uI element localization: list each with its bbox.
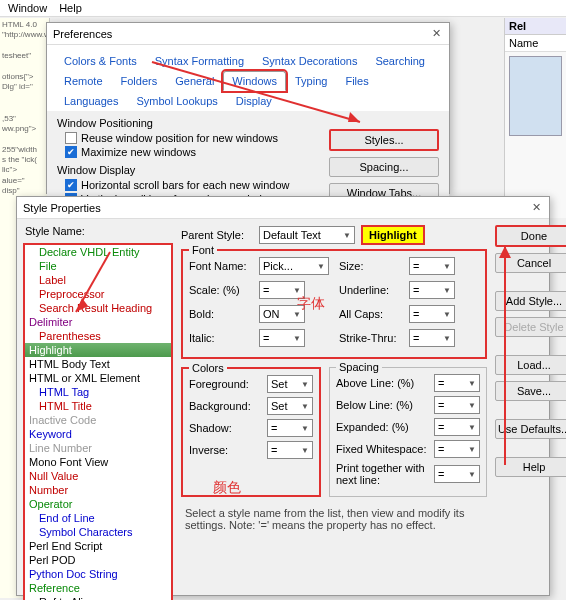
- checkbox-icon: ✔: [65, 146, 77, 158]
- style-item[interactable]: Parentheses: [25, 329, 171, 343]
- save-button[interactable]: Save...: [495, 381, 566, 401]
- colors-legend: Colors: [189, 362, 227, 374]
- use-defaults-button[interactable]: Use Defaults...: [495, 419, 566, 439]
- below-line-select[interactable]: =▼: [434, 396, 480, 414]
- shadow-label: Shadow:: [189, 422, 261, 434]
- style-item[interactable]: Perl POD: [25, 553, 171, 567]
- tab-windows[interactable]: Windows: [223, 71, 286, 91]
- style-item[interactable]: Operator: [25, 497, 171, 511]
- tab-remote[interactable]: Remote: [55, 71, 112, 91]
- spacing-button[interactable]: Spacing...: [329, 157, 439, 177]
- tab-files[interactable]: Files: [336, 71, 377, 91]
- tab-syntax-formatting[interactable]: Syntax Formatting: [146, 51, 253, 71]
- foreground-select[interactable]: Set▼: [267, 375, 313, 393]
- rel-title: Rel: [509, 20, 526, 32]
- highlight-preview: Highlight: [361, 225, 425, 245]
- prefs-title: Preferences: [53, 28, 429, 40]
- style-item[interactable]: Null Value: [25, 469, 171, 483]
- style-item[interactable]: Declare VHDL Entity: [25, 245, 171, 259]
- style-item[interactable]: Keyword: [25, 427, 171, 441]
- style-list[interactable]: Declare VHDL EntityFileLabelPreprocessor…: [23, 243, 173, 600]
- load-button[interactable]: Load...: [495, 355, 566, 375]
- reuse-window-checkbox[interactable]: Reuse window position for new windows: [65, 132, 319, 144]
- style-item[interactable]: Python Doc String: [25, 567, 171, 581]
- style-name-label: Style Name:: [25, 225, 85, 237]
- tab-colors-fonts[interactable]: Colors & Fonts: [55, 51, 146, 71]
- style-item[interactable]: Delimiter: [25, 315, 171, 329]
- tab-searching[interactable]: Searching: [366, 51, 434, 71]
- style-item[interactable]: Mono Font View: [25, 455, 171, 469]
- tab-typing[interactable]: Typing: [286, 71, 336, 91]
- styles-button[interactable]: Styles...: [329, 129, 439, 151]
- style-item[interactable]: Perl End Script: [25, 539, 171, 553]
- style-item[interactable]: Search Result Heading: [25, 301, 171, 315]
- scale-label: Scale: (%): [189, 284, 253, 296]
- style-item[interactable]: HTML Tag: [25, 385, 171, 399]
- style-item[interactable]: Ref to Alias: [25, 595, 171, 600]
- style-item[interactable]: Symbol Characters: [25, 525, 171, 539]
- inverse-label: Inverse:: [189, 444, 261, 456]
- close-icon[interactable]: ✕: [529, 201, 543, 214]
- rel-panel: Rel Name: [504, 18, 566, 218]
- style-item[interactable]: Label: [25, 273, 171, 287]
- style-item[interactable]: Preprocessor: [25, 287, 171, 301]
- tab-symbol-lookups[interactable]: Symbol Lookups: [127, 91, 226, 111]
- chevron-down-icon: ▼: [468, 423, 476, 432]
- style-item[interactable]: Highlight: [25, 343, 171, 357]
- menu-window[interactable]: Window: [8, 2, 47, 14]
- style-item[interactable]: File: [25, 259, 171, 273]
- tab-display[interactable]: Display: [227, 91, 281, 111]
- style-item[interactable]: Reference: [25, 581, 171, 595]
- tab-languages[interactable]: Languages: [55, 91, 127, 111]
- underline-select[interactable]: =▼: [409, 281, 455, 299]
- tab-general[interactable]: General: [166, 71, 223, 91]
- inverse-select[interactable]: =▼: [267, 441, 313, 459]
- tab-folders[interactable]: Folders: [112, 71, 167, 91]
- rel-col-name[interactable]: Name: [509, 37, 538, 49]
- prefs-titlebar[interactable]: Preferences ✕: [47, 23, 449, 45]
- style-item[interactable]: Number: [25, 483, 171, 497]
- sp-note: Select a style name from the list, then …: [181, 505, 487, 533]
- sp-titlebar[interactable]: Style Properties ✕: [17, 197, 549, 219]
- delete-style-button[interactable]: Delete Style: [495, 317, 566, 337]
- strike-select[interactable]: =▼: [409, 329, 455, 347]
- maximize-windows-checkbox[interactable]: ✔Maximize new windows: [65, 146, 319, 158]
- above-line-select[interactable]: =▼: [434, 374, 480, 392]
- app-menubar[interactable]: Window Help: [0, 0, 566, 17]
- style-item[interactable]: Line Number: [25, 441, 171, 455]
- menu-help[interactable]: Help: [59, 2, 82, 14]
- font-name-select[interactable]: Pick...▼: [259, 257, 329, 275]
- sp-title: Style Properties: [23, 202, 529, 214]
- italic-label: Italic:: [189, 332, 253, 344]
- done-button[interactable]: Done: [495, 225, 566, 247]
- tab-syntax-decorations[interactable]: Syntax Decorations: [253, 51, 366, 71]
- fixed-ws-label: Fixed Whitespace:: [336, 443, 428, 455]
- style-item[interactable]: HTML or XML Element: [25, 371, 171, 385]
- font-legend: Font: [189, 244, 217, 256]
- foreground-label: Foreground:: [189, 378, 261, 390]
- background-select[interactable]: Set▼: [267, 397, 313, 415]
- style-item[interactable]: HTML Body Text: [25, 357, 171, 371]
- print-together-select[interactable]: =▼: [434, 465, 480, 483]
- style-item[interactable]: HTML Title: [25, 399, 171, 413]
- italic-select[interactable]: =▼: [259, 329, 305, 347]
- fixed-ws-select[interactable]: =▼: [434, 440, 480, 458]
- help-button[interactable]: Help: [495, 457, 566, 477]
- rel-thumbnail: [509, 56, 562, 136]
- shadow-select[interactable]: =▼: [267, 419, 313, 437]
- background-label: Background:: [189, 400, 261, 412]
- expanded-select[interactable]: =▼: [434, 418, 480, 436]
- hscroll-checkbox[interactable]: ✔Horizontal scroll bars for each new win…: [65, 179, 319, 191]
- window-positioning-label: Window Positioning: [57, 117, 319, 129]
- style-item[interactable]: Inactive Code: [25, 413, 171, 427]
- above-line-label: Above Line: (%): [336, 377, 428, 389]
- annotation-color-cn: 颜色: [213, 479, 241, 497]
- add-style-button[interactable]: Add Style...: [495, 291, 566, 311]
- parent-style-select[interactable]: Default Text▼: [259, 226, 355, 244]
- close-icon[interactable]: ✕: [429, 27, 443, 40]
- cancel-button[interactable]: Cancel: [495, 253, 566, 273]
- size-select[interactable]: =▼: [409, 257, 455, 275]
- style-item[interactable]: End of Line: [25, 511, 171, 525]
- allcaps-select[interactable]: =▼: [409, 305, 455, 323]
- chevron-down-icon: ▼: [468, 379, 476, 388]
